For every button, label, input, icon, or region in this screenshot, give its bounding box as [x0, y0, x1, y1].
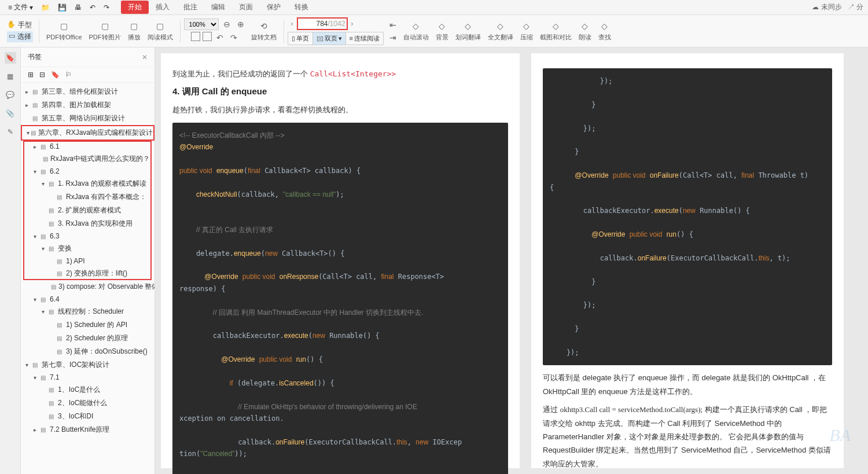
attach-rail-icon[interactable]: 📎	[5, 108, 16, 119]
undo-icon[interactable]: ↶	[86, 2, 99, 13]
bookmark-item[interactable]: ▾▤7.1	[21, 372, 155, 383]
next-page[interactable]: ›	[348, 20, 357, 28]
fit-width-icon[interactable]	[203, 32, 212, 41]
menubar: ≡ 文件 ▾ 📁 💾 🖶 ↶ ↷ 开始 插入 批注 编辑 页面 保护 转换 ☁ …	[0, 0, 868, 15]
select-tool[interactable]: ▭ 选择	[7, 31, 33, 42]
bookmark-item[interactable]: ▸▤第四章、图片加载框架	[21, 98, 155, 112]
tab-start[interactable]: 开始	[121, 1, 149, 14]
tool-wordtrans[interactable]: ◇划词翻译	[452, 20, 484, 42]
sync-status[interactable]: ☁ 未同步	[812, 2, 841, 12]
tool-read-mode[interactable]: ▢阅读模式	[144, 20, 176, 42]
para: 可以看到是 delegate 执行了 enqueue 操作，而 delegate…	[543, 371, 832, 398]
print-icon[interactable]: 🖶	[71, 2, 85, 13]
bookmark-item[interactable]: ▤2) Scheduler 的原理	[21, 332, 155, 345]
bookmark-item[interactable]: ▤3) 延伸：doOnSubscribe()	[21, 345, 155, 358]
bookmark-item[interactable]: ▤1) API	[21, 255, 155, 267]
code-block-right: }); } }); } @Override public void onFail…	[543, 68, 832, 365]
bookmark-item[interactable]: ▾▤6.4	[21, 293, 155, 305]
sidebar-close-icon[interactable]: ✕	[142, 53, 148, 61]
bookmark-item[interactable]: ▤3) compose: 对 Observable 整体的变换	[21, 280, 155, 293]
edit-rail-icon[interactable]: ✎	[5, 126, 16, 138]
bookmark-item[interactable]: ▾▤1. RxJava 的观察者模式解读	[21, 177, 155, 190]
tab-protect[interactable]: 保护	[260, 1, 288, 14]
bookmark-item[interactable]: ▤2、IoC能做什么	[21, 396, 155, 410]
rotate-doc[interactable]: ⟲旋转文档	[248, 20, 280, 42]
page-left: 到这里为止，我们已经成功的返回了一个 Call<List<Integer>> 4…	[161, 53, 520, 468]
collapse-all-icon[interactable]: ⊟	[39, 71, 45, 79]
zoom-in-icon[interactable]: ⊕	[235, 19, 247, 30]
tool-pdf-pic[interactable]: ▢PDF转图片	[86, 20, 124, 42]
view-single[interactable]: ▯ 单页	[288, 32, 313, 45]
tool-bg[interactable]: ◇背景	[432, 20, 452, 42]
tool-fulltrans[interactable]: ◇全文翻译	[484, 20, 517, 42]
para: 通过 okhttp3.Call call = serviceMethod.toC…	[543, 403, 832, 471]
redo-icon[interactable]: ↷	[100, 2, 113, 13]
tab-review[interactable]: 批注	[176, 1, 204, 14]
bookmark-item[interactable]: ▤第五章、网络访问框架设计	[21, 112, 155, 125]
share-btn[interactable]: ↗ 分	[848, 2, 863, 12]
page-total: /1042	[328, 20, 345, 28]
rotate-right-icon[interactable]: ↷	[228, 32, 240, 43]
tool-play[interactable]: ▢播放	[124, 20, 144, 42]
tool-readout[interactable]: ◇朗读	[575, 20, 595, 42]
bookmark-item[interactable]: ▤RxJava 有四个基本概念：	[21, 190, 155, 204]
tool-find[interactable]: ◇查找	[595, 20, 615, 42]
tab-insert[interactable]: 插入	[149, 1, 176, 14]
tab-convert[interactable]: 转换	[288, 1, 315, 14]
section-heading: 4. 调用 Call 的 enqueue	[172, 86, 508, 97]
jump-first-icon[interactable]: ⇤	[387, 19, 399, 31]
hand-tool[interactable]: ✋ 手型	[7, 20, 33, 30]
tool-autoscroll[interactable]: ◇自动滚动	[400, 20, 432, 42]
add-bookmark-icon[interactable]: 🔖	[51, 71, 60, 79]
page-number-input[interactable]	[299, 20, 328, 28]
bookmark-rail-icon[interactable]: 🔖	[5, 52, 16, 64]
bookmark-item[interactable]: ▤2) 变换的原理：lift()	[21, 267, 155, 280]
tool-compress[interactable]: ◇压缩	[517, 20, 536, 42]
code-inline: Call<List<Integer>>	[310, 69, 396, 78]
comment-rail-icon[interactable]: 💬	[5, 89, 16, 101]
bookmark-item[interactable]: ▤3. RxJava 的实现和使用	[21, 217, 155, 230]
bookmark-item[interactable]: ▤3、IoC和DI	[21, 410, 155, 423]
bookmark-item[interactable]: ▾▤第六章、RXJava响应式编程框架设计	[21, 125, 155, 141]
bookmark-item[interactable]: ▸▤6.1	[21, 141, 155, 152]
document-view[interactable]: 到这里为止，我们已经成功的返回了一个 Call<List<Integer>> 4…	[155, 47, 868, 474]
tab-edit[interactable]: 编辑	[204, 1, 232, 14]
bookmark-item[interactable]: ▤2. 扩展的观察者模式	[21, 204, 155, 217]
thumbnail-rail-icon[interactable]: ▦	[5, 71, 16, 82]
fit-page-icon[interactable]	[191, 32, 200, 41]
save-icon[interactable]: 💾	[54, 2, 70, 13]
open-icon[interactable]: 📁	[38, 2, 53, 13]
bookmark-item[interactable]: ▤1) Scheduler 的 API	[21, 318, 155, 332]
para: 趁热打铁，我们执行异步请求，看看怎样切换线程的。	[172, 103, 508, 116]
bookmark-item[interactable]: ▤RxJava中链式调用怎么实现的？	[21, 152, 155, 166]
zoom-select[interactable]: 100%	[184, 19, 219, 30]
bookmark-sidebar: 书签 ✕ ⊞ ⊟ 🔖 ⚐ ▸▤第三章、组件化框架设计▸▤第四章、图片加载框架▤第…	[21, 47, 155, 474]
tool-crop[interactable]: ◇截图和对比	[536, 20, 575, 42]
page-right: }); } }); } @Override public void onFail…	[531, 53, 844, 468]
bookmark-item[interactable]: ▸▤7.2 ButterKnife原理	[21, 423, 155, 436]
menu-hamburger[interactable]: ≡ 文件 ▾	[5, 1, 36, 13]
zoom-out-icon[interactable]: ⊖	[221, 19, 233, 30]
left-rail: 🔖 ▦ 💬 📎 ✎	[0, 47, 21, 474]
bookmark-item[interactable]: ▾▤6.2	[21, 166, 155, 177]
bookmark-item[interactable]: ▤1、IoC是什么	[21, 383, 155, 396]
bookmark-item[interactable]: ▾▤第七章、IOC架构设计	[21, 358, 155, 372]
jump-last-icon[interactable]: ⇥	[387, 32, 399, 43]
bookmark-opt-icon[interactable]: ⚐	[65, 71, 72, 79]
view-cont[interactable]: ≡ 连续阅读	[346, 32, 383, 45]
bookmark-item[interactable]: ▸▤第三章、组件化框架设计	[21, 85, 155, 98]
view-double[interactable]: ▯▯ 双页 ▾	[313, 32, 346, 45]
bookmark-item[interactable]: ▾▤变换	[21, 242, 155, 255]
tool-pdf-office[interactable]: ▢PDF转Office	[43, 20, 86, 42]
bookmark-item[interactable]: ▾▤线程控制：Scheduler	[21, 305, 155, 318]
expand-all-icon[interactable]: ⊞	[28, 71, 34, 79]
toolbar: ✋ 手型 ▭ 选择 ▢PDF转Office▢PDF转图片▢播放▢阅读模式 100…	[0, 15, 868, 47]
sidebar-title: 书签	[28, 52, 42, 62]
bookmark-tree: ▸▤第三章、组件化框架设计▸▤第四章、图片加载框架▤第五章、网络访问框架设计▾▤…	[21, 83, 155, 474]
rotate-left-icon[interactable]: ↶	[214, 32, 226, 43]
bookmark-item[interactable]: ▾▤6.3	[21, 230, 155, 242]
prev-page[interactable]: ‹	[288, 20, 297, 28]
tab-page[interactable]: 页面	[232, 1, 260, 14]
page-input-highlight: /1042	[297, 17, 348, 30]
watermark: BA	[829, 425, 851, 445]
